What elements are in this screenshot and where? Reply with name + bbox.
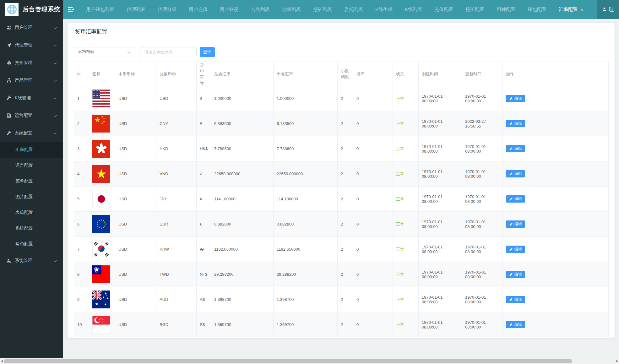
edit-button-label: 编辑 [514, 146, 522, 151]
row-id: 9 [74, 287, 89, 312]
row-symbol: ¥ [197, 187, 211, 212]
nav-tab-7[interactable]: 期权列表 [282, 7, 301, 13]
edit-button[interactable]: 编辑 [506, 195, 525, 203]
nav-tab-1[interactable]: 用户钱包列表 [86, 7, 114, 13]
edit-button[interactable]: 编辑 [506, 246, 525, 253]
money-icon: ¥ [6, 60, 12, 66]
file-icon [6, 113, 12, 118]
sidebar-item-代理管理[interactable]: 代理管理 [0, 36, 63, 54]
sidebar-item-表单配置[interactable]: 表单配置 [0, 205, 63, 220]
nav-tab-6[interactable]: 合约列表 [251, 7, 270, 13]
nav-tab-13[interactable]: 挖矿配置 [465, 7, 484, 13]
row-exchange-rate: 114.180000 [211, 187, 274, 212]
edit-button[interactable]: 编辑 [506, 321, 525, 328]
row-sort: 0 [353, 287, 393, 312]
nav-tab-label: 挖矿列表 [313, 7, 332, 13]
row-quote-currency: SGD [156, 312, 197, 337]
nav-tab-12[interactable]: 充值配置 [434, 7, 453, 13]
horizontal-scrollbar-thumb[interactable] [4, 359, 572, 363]
page-title: 货币汇率配置 [68, 23, 615, 40]
row-status: 正常 [393, 212, 419, 237]
nav-tab-14[interactable]: 币种配置 [497, 7, 515, 13]
row-actions: 编辑 [503, 262, 609, 287]
sidebar-toggle-icon[interactable] [68, 7, 74, 12]
nav-tab-15[interactable]: 钱包配置 [528, 7, 546, 13]
user-icon [602, 7, 607, 12]
edit-button[interactable]: 编辑 [506, 220, 525, 228]
horizontal-scrollbar[interactable] [0, 358, 619, 364]
sidebar-item-用户管理[interactable]: 用户管理 [0, 19, 63, 36]
edit-button-label: 编辑 [514, 247, 522, 252]
edit-button[interactable]: 编辑 [506, 145, 525, 152]
table-row: 8USDTWDNT$29.28820029.28820020正常1970-01-… [74, 262, 609, 287]
row-status: 正常 [393, 237, 419, 262]
row-sell-rate: 6.183500 [274, 111, 338, 136]
edit-button[interactable]: 编辑 [506, 120, 525, 127]
flag-kr-icon [92, 240, 112, 258]
sidebar-item-运营配置[interactable]: 运营配置 [0, 107, 63, 124]
row-created-at: 1970-01-01 08:00:00 [419, 237, 462, 262]
scroll-right-arrow-icon[interactable] [616, 360, 618, 362]
row-precision: 2 [338, 237, 353, 262]
sidebar-item-系统管理[interactable]: 系统管理 [0, 252, 63, 269]
row-quote-currency: AUD [156, 287, 197, 312]
sidebar-item-图片配置[interactable]: 图片配置 [0, 189, 63, 205]
nav-area: 用户钱包列表代理列表代理分级用户充值用户账变合约列表期权列表挖矿列表委托列表K线… [63, 0, 597, 19]
nav-tab-10[interactable]: K线生成 [375, 7, 393, 13]
row-actions: 编辑 [503, 111, 609, 136]
nav-tab-2[interactable]: 代理列表 [127, 7, 145, 13]
edit-button[interactable]: 编辑 [506, 95, 525, 102]
row-precision: 2 [338, 212, 353, 237]
column-header-创建时间: 创建时间 [419, 62, 462, 86]
edit-button-label: 编辑 [514, 96, 522, 101]
status-badge: 正常 [396, 272, 404, 277]
table-body: 1USDUSD$1.0000001.00000020正常1970-01-01 0… [74, 86, 609, 337]
tab-close-icon[interactable]: × [580, 7, 583, 12]
row-id: 1 [74, 86, 89, 111]
row-sort: 0 [353, 187, 393, 212]
row-flag [89, 287, 115, 312]
search-input[interactable] [140, 47, 197, 57]
row-updated-at: 1970-01-01 08:00:00 [462, 237, 503, 262]
edit-button[interactable]: 编辑 [506, 271, 525, 278]
nav-tab-3[interactable]: 代理分级 [158, 7, 176, 13]
nav-tab-11[interactable]: K线列表 [405, 7, 422, 13]
nav-tab-5[interactable]: 用户账变 [220, 7, 239, 13]
sidebar-item-系统配置[interactable]: 系统配置 [0, 124, 63, 142]
sidebar-item-汇率配置[interactable]: 汇率配置 [0, 142, 63, 158]
row-exchange-rate: 1182.650000 [211, 237, 274, 262]
row-base-currency: USD [115, 111, 156, 136]
sidebar-item-系统配置[interactable]: 系统配置 [0, 220, 63, 236]
sidebar-item-label: 产品管理 [15, 78, 32, 83]
row-sell-rate: 0.882800 [274, 212, 338, 237]
row-flag [89, 212, 115, 237]
nav-tab-9[interactable]: 委托列表 [344, 7, 363, 13]
sidebar-item-语言配置[interactable]: 语言配置 [0, 158, 63, 173]
sidebar-item-资金管理[interactable]: ¥资金管理 [0, 54, 63, 72]
row-base-currency: USD [115, 86, 156, 111]
edit-button-label: 编辑 [514, 196, 522, 202]
chevron-down-icon [53, 258, 57, 263]
edit-button[interactable]: 编辑 [506, 170, 525, 177]
nav-tab-4[interactable]: 用户充值 [189, 7, 208, 13]
edit-button[interactable]: 编辑 [506, 296, 525, 303]
globe-logo-icon [5, 3, 19, 16]
sidebar-item-角色配置[interactable]: 角色配置 [0, 236, 63, 252]
column-header-图标: 图标 [89, 62, 115, 86]
row-status: 正常 [393, 312, 419, 337]
row-id: 7 [74, 237, 89, 262]
column-header-操作: 操作 [503, 62, 609, 86]
user-menu[interactable]: 理 [597, 0, 619, 19]
scroll-left-arrow-icon[interactable] [1, 360, 3, 362]
query-button[interactable]: 查询 [200, 47, 215, 57]
nav-tab-16[interactable]: 汇率配置× [559, 7, 583, 13]
sidebar-item-K线管理[interactable]: K线管理 [0, 89, 63, 107]
send-icon [6, 43, 12, 48]
sidebar-item-产品管理[interactable]: 产品管理 [0, 72, 63, 89]
sidebar-item-菜单配置[interactable]: 菜单配置 [0, 173, 63, 189]
sidebar-item-label: 汇率配置 [15, 147, 33, 153]
nav-tab-label: 用户钱包列表 [86, 7, 114, 13]
nav-tab-8[interactable]: 挖矿列表 [313, 7, 332, 13]
row-symbol: ₩ [197, 237, 211, 262]
base-currency-select[interactable]: 本币币种 [74, 47, 135, 57]
